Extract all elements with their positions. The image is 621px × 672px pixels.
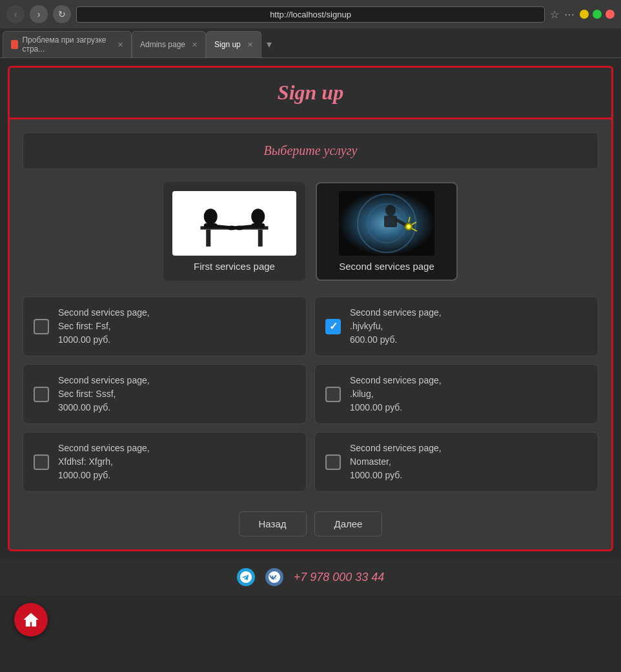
browser-toolbar: ‹ › ↻ http://localhost/signup ☆ ⋯	[0, 0, 621, 28]
option-checkbox-4[interactable]	[325, 387, 341, 402]
option-text-4: Second services page,.kilug,1000.00 руб.	[350, 374, 442, 414]
service-cards: First services page	[23, 182, 598, 281]
service-card-nails[interactable]: First services page	[163, 182, 305, 281]
page-title: Sign up	[23, 81, 598, 105]
home-icon	[22, 611, 40, 629]
option-card-2[interactable]: ✓ Second services page,.hjvkyfu,600.00 р…	[314, 296, 598, 356]
svg-rect-1	[206, 230, 210, 247]
svg-point-10	[235, 226, 244, 230]
tab-favicon-error	[11, 40, 18, 49]
browser-chrome: ‹ › ↻ http://localhost/signup ☆ ⋯ Пробле…	[0, 0, 621, 58]
refresh-button[interactable]: ↻	[53, 5, 71, 23]
new-tab-button[interactable]: ▾	[261, 31, 277, 57]
svg-rect-16	[384, 216, 397, 227]
tab-close-error[interactable]: ✕	[117, 41, 123, 49]
service-selector-header: Выберите услугу	[23, 132, 598, 169]
address-bar[interactable]: http://localhost/signup	[76, 6, 545, 23]
option-text-6: Second services page,Nomaster,1000.00 ру…	[350, 442, 442, 482]
option-checkbox-3[interactable]	[34, 387, 49, 402]
option-card-1[interactable]: Second services page,Sec first: Fsf,1000…	[23, 296, 307, 356]
service-card-image-welding	[325, 191, 449, 256]
url-text: http://localhost/signup	[270, 10, 351, 19]
option-card-3[interactable]: Second services page,Sec first: Sssf,300…	[23, 364, 307, 424]
service-selector-label: Выберите услугу	[264, 143, 358, 158]
svg-point-15	[385, 205, 396, 216]
next-button[interactable]: Далее	[314, 511, 383, 536]
option-checkbox-5[interactable]	[34, 454, 49, 470]
option-checkbox-2[interactable]: ✓	[325, 319, 341, 334]
svg-point-18	[403, 221, 414, 232]
checkmark-2: ✓	[329, 320, 338, 332]
tab-error[interactable]: Проблема при загрузке стра... ✕	[3, 31, 132, 57]
option-checkbox-6[interactable]	[325, 454, 341, 470]
page-header: Sign up	[10, 68, 611, 119]
close-browser-button[interactable]	[606, 10, 615, 19]
vk-svg	[269, 571, 280, 583]
tab-admins[interactable]: Admins page ✕	[132, 31, 206, 57]
traffic-lights	[580, 10, 615, 19]
maximize-button[interactable]	[593, 10, 602, 19]
svg-rect-2	[258, 230, 263, 247]
nav-buttons: Назад Далее	[23, 511, 598, 536]
tab-label-admins: Admins page	[140, 40, 185, 49]
page-wrapper: Sign up Выберите услугу	[8, 66, 613, 551]
tab-close-signup[interactable]: ✕	[247, 41, 253, 49]
menu-button[interactable]: ⋯	[564, 8, 575, 21]
option-text-3: Second services page,Sec first: Sssf,300…	[58, 374, 150, 414]
svg-point-9	[227, 226, 236, 230]
tab-close-admins[interactable]: ✕	[192, 41, 198, 49]
service-card-label-nails: First services page	[172, 261, 296, 272]
telegram-svg	[240, 571, 252, 583]
svg-point-5	[251, 209, 265, 225]
option-checkbox-1[interactable]	[34, 319, 49, 334]
tab-label-signup: Sign up	[214, 40, 241, 49]
service-card-label-welding: Second services page	[325, 261, 449, 272]
option-text-2: Second services page,.hjvkyfu,600.00 руб…	[350, 306, 442, 347]
service-card-image-nails	[172, 191, 296, 256]
back-nav-button[interactable]: ‹	[6, 5, 25, 23]
footer-phone: +7 978 000 33 44	[294, 571, 385, 584]
tab-signup[interactable]: Sign up ✕	[206, 31, 261, 57]
home-button[interactable]	[14, 603, 48, 636]
telegram-icon[interactable]	[237, 568, 255, 586]
options-grid: Second services page,Sec first: Fsf,1000…	[23, 296, 598, 492]
option-card-4[interactable]: Second services page,.kilug,1000.00 руб.	[314, 364, 598, 424]
option-card-5[interactable]: Second services page,Xfdhsf: Xfgrh,1000.…	[23, 432, 307, 492]
svg-point-3	[204, 209, 218, 225]
vk-icon[interactable]	[265, 568, 283, 586]
option-card-6[interactable]: Second services page,Nomaster,1000.00 ру…	[314, 432, 598, 492]
page-footer: +7 978 000 33 44	[0, 559, 621, 595]
service-card-welding[interactable]: Second services page	[316, 182, 458, 281]
tab-label-error: Проблема при загрузке стра...	[22, 36, 111, 54]
welding-illustration	[339, 191, 434, 256]
nails-illustration	[189, 194, 280, 252]
option-text-1: Second services page,Sec first: Fsf,1000…	[58, 306, 150, 347]
page-main: Выберите услугу	[10, 119, 611, 549]
tabs-bar: Проблема при загрузке стра... ✕ Admins p…	[0, 28, 621, 57]
back-button[interactable]: Назад	[239, 511, 307, 536]
forward-nav-button[interactable]: ›	[30, 5, 48, 23]
svg-rect-6	[251, 223, 265, 228]
minimize-button[interactable]	[580, 10, 589, 19]
svg-rect-4	[204, 223, 218, 228]
option-text-5: Second services page,Xfdhsf: Xfgrh,1000.…	[58, 442, 150, 482]
bookmark-button[interactable]: ☆	[550, 8, 559, 21]
